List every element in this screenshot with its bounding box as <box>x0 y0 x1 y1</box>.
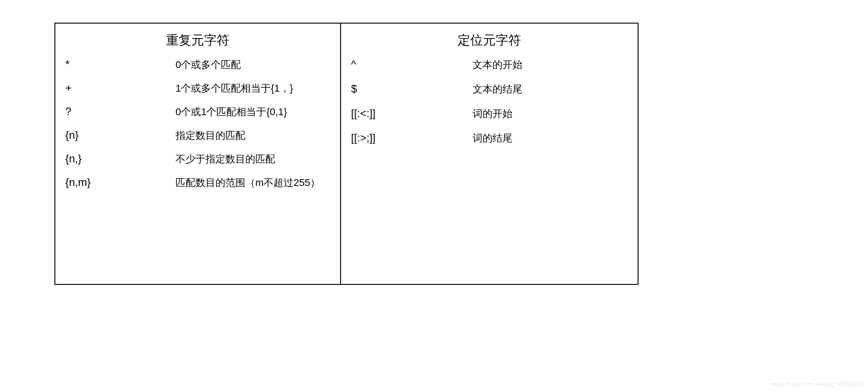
rows-left: * 0个或多个匹配 + 1个或多个匹配相当于{1，} ? 0个或1个匹配相当于{… <box>55 49 340 200</box>
desc-cell: 0个或1个匹配相当于{0,1} <box>176 105 287 119</box>
table-row: $ 文本的结尾 <box>341 83 638 107</box>
desc-cell: 文本的开始 <box>454 58 522 72</box>
symbol-cell: $ <box>341 83 454 95</box>
desc-cell: 1个或多个匹配相当于{1，} <box>176 82 293 95</box>
desc-cell: 0个或多个匹配 <box>176 58 241 72</box>
symbol-cell: + <box>55 82 176 94</box>
symbol-cell: * <box>55 58 176 71</box>
table-row: ^ 文本的开始 <box>341 58 638 83</box>
symbol-cell: {n,} <box>55 152 176 165</box>
table-row: {n,} 不少于指定数目的匹配 <box>55 152 340 176</box>
symbol-cell: {n,m} <box>55 176 176 189</box>
panel-repeat-metachars: 重复元字符 * 0个或多个匹配 + 1个或多个匹配相当于{1，} ? 0个或1个… <box>55 24 341 284</box>
table-row: [[:>;]] 词的结尾 <box>341 132 638 156</box>
table-row: ? 0个或1个匹配相当于{0,1} <box>55 105 340 129</box>
table-row: [[:<:]] 词的开始 <box>341 107 638 132</box>
symbol-cell: ? <box>55 105 176 118</box>
table-row: * 0个或多个匹配 <box>55 58 340 82</box>
symbol-cell: ^ <box>341 58 454 71</box>
panel-anchor-metachars: 定位元字符 ^ 文本的开始 $ 文本的结尾 [[:<:]] 词的开始 [[:>;… <box>341 24 638 284</box>
watermark: https://blog.csdn.net/qq_45830289 <box>770 381 863 387</box>
desc-cell: 匹配数目的范围（m不超过255） <box>176 176 320 190</box>
panel-title-right: 定位元字符 <box>341 24 638 49</box>
symbol-cell: [[:>;]] <box>341 132 454 144</box>
table-row: + 1个或多个匹配相当于{1，} <box>55 82 340 105</box>
desc-cell: 词的开始 <box>454 107 512 121</box>
reference-table: 重复元字符 * 0个或多个匹配 + 1个或多个匹配相当于{1，} ? 0个或1个… <box>54 23 639 285</box>
desc-cell: 不少于指定数目的匹配 <box>176 152 275 166</box>
symbol-cell: {n} <box>55 129 176 142</box>
desc-cell: 文本的结尾 <box>454 83 522 96</box>
panel-title-left: 重复元字符 <box>55 24 340 49</box>
table-row: {n} 指定数目的匹配 <box>55 129 340 152</box>
table-row: {n,m} 匹配数目的范围（m不超过255） <box>55 176 340 200</box>
desc-cell: 指定数目的匹配 <box>176 129 245 142</box>
symbol-cell: [[:<:]] <box>341 107 454 120</box>
rows-right: ^ 文本的开始 $ 文本的结尾 [[:<:]] 词的开始 [[:>;]] 词的结… <box>341 49 638 156</box>
desc-cell: 词的结尾 <box>454 132 512 145</box>
